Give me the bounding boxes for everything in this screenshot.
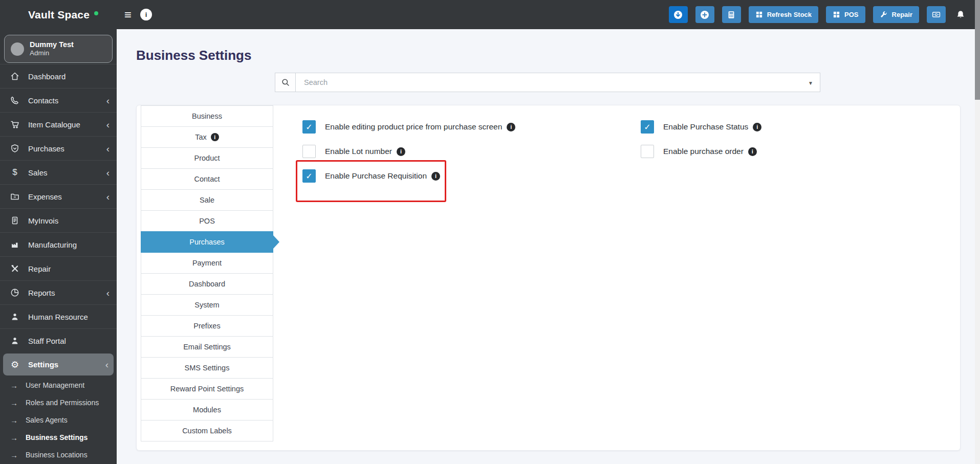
arrow-right-icon: →	[10, 399, 18, 407]
factory-icon	[9, 239, 20, 250]
folder-icon	[9, 191, 20, 202]
pos-button[interactable]: POS	[826, 6, 865, 23]
scrollbar-thumb[interactable]	[975, 0, 980, 100]
chevron-left-icon: ‹	[106, 288, 110, 298]
checkbox[interactable]: ✓	[302, 169, 316, 183]
user-name: Dummy Test	[30, 40, 74, 49]
add-button[interactable]	[695, 6, 714, 23]
sidebar-item-item-catalogue[interactable]: Item Catalogue ‹	[0, 112, 117, 136]
page-title: Business Settings	[136, 48, 251, 63]
tab-purchases[interactable]: Purchases	[141, 231, 273, 253]
sidebar: Dummy Test Admin Dashboard Contacts ‹ It…	[0, 29, 117, 464]
tab-pos[interactable]: POS	[141, 210, 273, 232]
sidebar-item-myinvois[interactable]: MyInvois	[0, 208, 117, 232]
options-column-left: ✓ Enable editing product price from purc…	[302, 115, 515, 188]
circle-plus-icon	[700, 10, 710, 20]
sidebar-item-dashboard[interactable]: Dashboard	[0, 64, 117, 88]
settings-search: ▼	[275, 73, 820, 92]
user-profile-card[interactable]: Dummy Test Admin	[4, 35, 113, 63]
arrow-right-icon: →	[10, 451, 18, 459]
submenu-item-roles-and-permissions[interactable]: → Roles and Permissions	[0, 394, 117, 411]
avatar	[11, 42, 24, 56]
info-icon[interactable]: i	[507, 123, 515, 131]
info-icon[interactable]: i	[753, 123, 761, 131]
tab-reward-point-settings[interactable]: Reward Point Settings	[141, 378, 273, 400]
info-icon[interactable]: i	[431, 172, 440, 181]
sidebar-item-human-resource[interactable]: Human Resource	[0, 304, 117, 328]
sidebar-item-staff-portal[interactable]: Staff Portal	[0, 328, 117, 352]
tab-sale[interactable]: Sale	[141, 189, 273, 211]
tab-sms-settings[interactable]: SMS Settings	[141, 357, 273, 379]
settings-card: Business Tax i Product Contact Sale	[136, 105, 961, 451]
arrow-right-icon: →	[10, 433, 18, 442]
hamburger-menu-icon[interactable]: ≡	[124, 0, 132, 29]
circle-arrow-down-icon	[673, 10, 683, 20]
checkbox[interactable]: ✓	[302, 145, 316, 158]
tab-contact[interactable]: Contact	[141, 168, 273, 190]
search-addon	[275, 73, 296, 92]
option-row-enable-editing-product-price-from-purchase-screen: ✓ Enable editing product price from purc…	[302, 115, 515, 139]
tools-icon	[9, 263, 20, 274]
repair-button[interactable]: Repair	[873, 6, 919, 23]
chevron-left-icon: ‹	[106, 96, 110, 105]
search-icon	[281, 78, 290, 87]
dollar-icon: $	[9, 167, 20, 178]
arrow-right-icon: →	[10, 381, 18, 390]
check-icon: ✓	[306, 171, 312, 181]
gear-icon: ⚙	[9, 360, 20, 369]
checkbox[interactable]: ✓	[302, 120, 316, 134]
chevron-left-icon: ‹	[105, 360, 108, 369]
top-navbar: Vault Space ≡ i Refresh Stock POS Repair	[0, 0, 980, 29]
submenu-item-sales-agents[interactable]: → Sales Agents	[0, 411, 117, 429]
cart-icon	[9, 119, 20, 129]
sidebar-item-purchases[interactable]: Purchases ‹	[0, 136, 117, 160]
tab-custom-labels[interactable]: Custom Labels	[141, 420, 273, 441]
options-column-right: ✓ Enable Purchase Status i ✓ Enable purc…	[641, 115, 761, 164]
scrollbar-track[interactable]	[975, 0, 980, 464]
option-row-enable-lot-number: ✓ Enable Lot number i	[302, 139, 405, 164]
info-icon[interactable]: i	[748, 147, 757, 156]
sidebar-item-sales[interactable]: $ Sales ‹	[0, 160, 117, 184]
submenu-item-business-settings[interactable]: → Business Settings	[0, 429, 117, 446]
navbar-actions: Refresh Stock POS Repair	[669, 6, 966, 23]
checkbox[interactable]: ✓	[641, 145, 654, 158]
sidebar-item-manufacturing[interactable]: Manufacturing	[0, 232, 117, 256]
notifications-bell-icon[interactable]	[955, 10, 966, 20]
tab-modules[interactable]: Modules	[141, 399, 273, 421]
chevron-left-icon: ‹	[106, 192, 110, 202]
info-icon[interactable]: i	[397, 147, 405, 156]
refresh-stock-button[interactable]: Refresh Stock	[749, 6, 818, 23]
tab-system[interactable]: System	[141, 294, 273, 316]
search-input[interactable]	[296, 73, 820, 92]
tab-email-settings[interactable]: Email Settings	[141, 336, 273, 358]
sidebar-item-repair[interactable]: Repair	[0, 256, 117, 280]
sidebar-item-reports[interactable]: Reports ‹	[0, 280, 117, 304]
chevron-left-icon: ‹	[106, 120, 110, 129]
brand-logo[interactable]: Vault Space	[28, 0, 98, 29]
info-icon[interactable]: i	[211, 133, 219, 141]
tab-prefixes[interactable]: Prefixes	[141, 315, 273, 337]
info-icon[interactable]: i	[140, 9, 152, 20]
shield-icon	[9, 143, 20, 153]
tab-tax[interactable]: Tax i	[141, 126, 273, 148]
calculator-button[interactable]	[722, 6, 741, 23]
sidebar-nav: Dashboard Contacts ‹ Item Catalogue ‹ Pu…	[0, 64, 117, 463]
sidebar-item-expenses[interactable]: Expenses ‹	[0, 184, 117, 208]
banknote-icon	[931, 10, 941, 19]
submenu-item-user-management[interactable]: → User Management	[0, 377, 117, 394]
check-icon: ✓	[644, 122, 650, 132]
download-button[interactable]	[669, 6, 688, 23]
tab-business[interactable]: Business	[141, 105, 273, 127]
sidebar-item-contacts[interactable]: Contacts ‹	[0, 88, 117, 112]
user-role: Admin	[30, 49, 74, 58]
cash-register-button[interactable]	[927, 6, 946, 23]
online-status-dot	[94, 11, 98, 15]
submenu-item-business-locations[interactable]: → Business Locations	[0, 446, 117, 463]
tab-payment[interactable]: Payment	[141, 252, 273, 274]
tab-product[interactable]: Product	[141, 147, 273, 169]
tab-dashboard[interactable]: Dashboard	[141, 273, 273, 295]
option-row-enable-purchase-status: ✓ Enable Purchase Status i	[641, 115, 761, 139]
settings-submenu: → User Management → Roles and Permission…	[0, 377, 117, 463]
checkbox[interactable]: ✓	[641, 120, 654, 134]
sidebar-item-settings[interactable]: ⚙ Settings ‹	[3, 353, 114, 375]
